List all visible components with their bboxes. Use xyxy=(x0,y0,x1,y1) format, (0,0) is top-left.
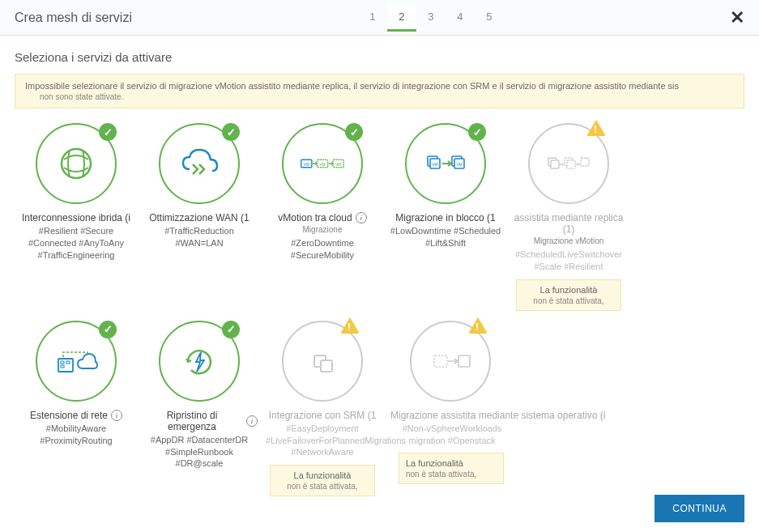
card-netext: Estensione di rete i #MobilityAware #Pro… xyxy=(15,321,138,497)
card-circle-srm xyxy=(282,321,363,402)
info-icon[interactable]: i xyxy=(246,415,258,427)
card-title: Ottimizzazione WAN (1 xyxy=(141,212,258,223)
check-badge-icon xyxy=(468,123,486,141)
info-icon[interactable]: i xyxy=(356,212,367,223)
card-circle-osassist xyxy=(410,321,491,402)
card-srm: Integrazione con SRM (1 #EasyDeployment … xyxy=(261,321,384,497)
feature-warning: La funzionalità non è stata attivata, xyxy=(270,465,375,496)
vm-to-box-icon xyxy=(426,341,475,381)
card-circle-netext[interactable] xyxy=(36,321,117,402)
card-wan: Ottimizzazione WAN (1 #TrafficReduction … xyxy=(138,123,261,311)
service-cards: Interconnessione ibrida (i #Resilient #S… xyxy=(15,123,744,496)
card-circle-wan[interactable] xyxy=(159,123,240,204)
feature-warning: La funzionalità non è stata attivata, xyxy=(516,279,621,311)
datacenter-cloud-icon xyxy=(52,341,100,381)
svg-rect-23 xyxy=(321,360,332,372)
card-title: assistita mediante replica (1) xyxy=(510,212,627,235)
svg-point-0 xyxy=(62,149,91,178)
card-tags: #TrafficReduction #WAN=LAN xyxy=(141,225,258,249)
continue-button[interactable]: CONTINUA xyxy=(655,495,744,522)
svg-rect-20 xyxy=(61,365,64,368)
card-tags: #ZeroDowntime #SecureMobility xyxy=(264,237,381,262)
info-icon[interactable]: i xyxy=(111,410,122,421)
svg-text:VM: VM xyxy=(304,163,309,167)
svg-text:VM: VM xyxy=(319,163,325,167)
card-replica: assistita mediante replica (1) Migrazion… xyxy=(507,123,630,311)
svg-text:VM: VM xyxy=(335,163,341,167)
close-icon[interactable]: ✕ xyxy=(730,9,744,27)
card-tags: #MobilityAware #ProximityRouting xyxy=(18,423,134,447)
svg-rect-16 xyxy=(567,160,575,168)
vm-chain-icon: VM VM VM xyxy=(298,143,347,184)
svg-rect-25 xyxy=(458,355,470,367)
card-tags: #Non-vSphereWorkloads migration #Opensta… xyxy=(387,423,517,447)
warning-badge-icon xyxy=(340,317,360,334)
globe-icon xyxy=(52,143,100,184)
svg-text:VM: VM xyxy=(456,162,463,167)
alert-banner: Impossibile selezionare il servizio di m… xyxy=(15,74,744,109)
card-title: Ripristino di emergenza i xyxy=(141,410,258,432)
card-tags: #EasyDeployment #LiveFailoverForPlannedM… xyxy=(264,423,381,459)
feature-warning-sub: non è stata attivata, xyxy=(523,296,614,305)
feature-warning-title: La funzionalità xyxy=(406,458,497,468)
svg-rect-17 xyxy=(581,158,589,166)
card-tags: #LowDowntime #Scheduled #Lift&Shift xyxy=(387,225,504,249)
card-osassist: Migrazione assistita mediante sistema op… xyxy=(384,321,627,497)
content-area: Seleziona i servizi da attivare Impossib… xyxy=(0,36,759,511)
check-badge-icon xyxy=(99,123,117,141)
stacks-chain-icon xyxy=(544,143,593,184)
card-title: Migrazione in blocco (1 xyxy=(387,212,504,223)
feature-warning-sub: non è stata attivata, xyxy=(406,470,497,479)
feature-warning-title: La funzionalità xyxy=(277,470,368,480)
svg-rect-14 xyxy=(551,160,559,168)
check-badge-icon xyxy=(222,321,240,338)
svg-rect-19 xyxy=(61,361,64,364)
step-3[interactable]: 3 xyxy=(416,4,446,32)
card-bulk: VM VM Migrazione in blocco (1 #LowDownti… xyxy=(384,123,507,311)
warning-badge-icon xyxy=(468,317,488,334)
blocks-icon xyxy=(298,341,347,381)
card-title: Estensione di rete i xyxy=(18,410,134,421)
footer: CONTINUA xyxy=(655,495,744,522)
card-subtitle: Migrazione vMotion xyxy=(510,236,627,245)
feature-warning: La funzionalità non è stata attivata, xyxy=(399,453,504,484)
svg-rect-21 xyxy=(66,361,70,364)
check-badge-icon xyxy=(222,123,240,141)
card-circle-dr[interactable] xyxy=(159,321,240,402)
card-circle-replica xyxy=(528,123,609,204)
check-badge-icon xyxy=(345,123,363,141)
alert-text: Impossibile selezionare il servizio di m… xyxy=(25,81,734,91)
card-title: Integrazione con SRM (1 xyxy=(264,410,381,421)
step-5[interactable]: 5 xyxy=(475,4,504,32)
card-tags: #Resilient #Secure #Connected #AnyToAny … xyxy=(18,225,134,262)
card-title: Migrazione assistita mediante sistema op… xyxy=(387,410,624,421)
step-2[interactable]: 2 xyxy=(387,4,416,32)
recovery-bolt-icon xyxy=(175,341,224,381)
alert-subtext: non sono state attivate. xyxy=(25,92,734,101)
card-circle-interconnect[interactable] xyxy=(36,123,117,204)
stacks-arrow-icon: VM VM xyxy=(421,143,470,184)
card-vmotion: VM VM VM vMotion tra cloud i Migrazione … xyxy=(261,123,384,311)
card-tags: #AppDR #DatacenterDR #SimpleRunbook #DR@… xyxy=(141,434,258,470)
card-title: Interconnessione ibrida (i xyxy=(18,212,134,223)
stepper: 1 2 3 4 5 xyxy=(358,4,504,32)
card-circle-vmotion[interactable]: VM VM VM xyxy=(282,123,363,204)
card-interconnect: Interconnessione ibrida (i #Resilient #S… xyxy=(15,123,138,311)
feature-warning-title: La funzionalità xyxy=(523,285,614,295)
card-tags: #ScheduledLiveSwitchover #Scale #Resilie… xyxy=(510,249,627,273)
svg-rect-24 xyxy=(434,355,447,367)
step-4[interactable]: 4 xyxy=(446,4,475,32)
section-title: Seleziona i servizi da attivare xyxy=(15,50,744,64)
svg-text:VM: VM xyxy=(432,162,438,167)
card-title: vMotion tra cloud i xyxy=(264,212,381,223)
wizard-header: Crea mesh di servizi 1 2 3 4 5 ✕ xyxy=(0,0,759,36)
card-subtitle: Migrazione xyxy=(264,225,381,234)
card-dr: Ripristino di emergenza i #AppDR #Datace… xyxy=(138,321,261,497)
card-circle-bulk[interactable]: VM VM xyxy=(405,123,486,204)
warning-badge-icon xyxy=(586,120,606,136)
check-badge-icon xyxy=(99,321,117,338)
step-1[interactable]: 1 xyxy=(358,4,387,32)
wizard-title: Crea mesh di servizi xyxy=(15,11,132,25)
feature-warning-sub: non è stata attivata, xyxy=(277,482,368,491)
cloud-arrows-icon xyxy=(175,143,224,184)
